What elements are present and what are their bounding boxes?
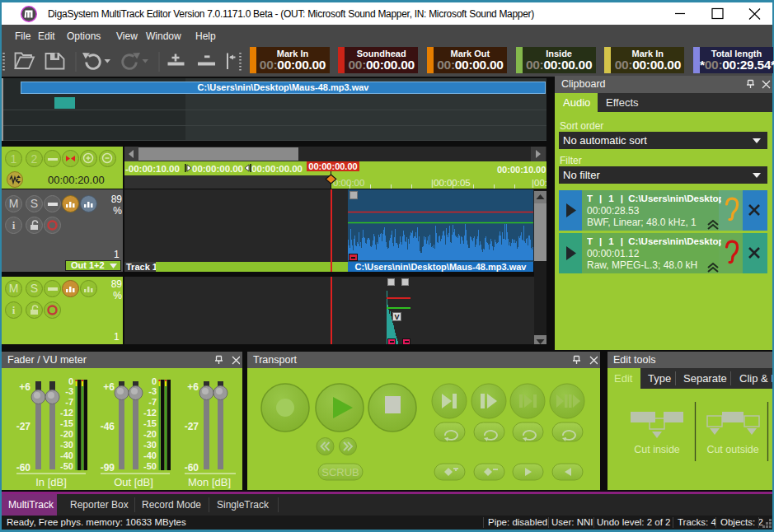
svg-text:-30: -30 — [60, 440, 73, 450]
svg-text:-12: -12 — [60, 408, 73, 418]
svg-text:-15: -15 — [143, 418, 157, 428]
svg-text:-3: -3 — [148, 386, 157, 396]
svg-text:-60: -60 — [185, 462, 199, 474]
svg-text:+6: +6 — [103, 381, 115, 393]
svg-text:-20: -20 — [60, 429, 73, 439]
svg-text:-50: -50 — [60, 461, 73, 471]
svg-text:-60: -60 — [16, 462, 31, 474]
svg-text:+6: +6 — [19, 381, 30, 393]
svg-text:-27: -27 — [185, 421, 199, 432]
svg-text:-7: -7 — [65, 397, 73, 407]
svg-text:Out [dB]: Out [dB] — [114, 476, 153, 488]
svg-text:-40: -40 — [143, 450, 157, 460]
svg-text:In [dB]: In [dB] — [35, 476, 67, 488]
svg-text:-12: -12 — [143, 408, 157, 418]
svg-text:-3: -3 — [65, 386, 73, 396]
svg-text:-30: -30 — [143, 440, 157, 450]
svg-text:-20: -20 — [143, 429, 157, 439]
svg-text:Cut inside: Cut inside — [634, 444, 680, 455]
svg-text:-40: -40 — [60, 450, 73, 460]
svg-text:0: 0 — [152, 376, 157, 386]
svg-text:-46: -46 — [101, 421, 115, 432]
svg-text:Cut outside: Cut outside — [706, 444, 758, 455]
svg-text:SCRUB: SCRUB — [321, 466, 359, 478]
svg-text:Mon [dB]: Mon [dB] — [188, 476, 231, 488]
svg-text:+6: +6 — [187, 381, 199, 393]
svg-text:-15: -15 — [60, 418, 73, 428]
svg-text:-27: -27 — [16, 421, 31, 432]
svg-text:-99: -99 — [101, 462, 115, 474]
svg-text:-50: -50 — [143, 461, 157, 471]
svg-text:0: 0 — [68, 376, 73, 386]
svg-text:-7: -7 — [148, 397, 157, 407]
